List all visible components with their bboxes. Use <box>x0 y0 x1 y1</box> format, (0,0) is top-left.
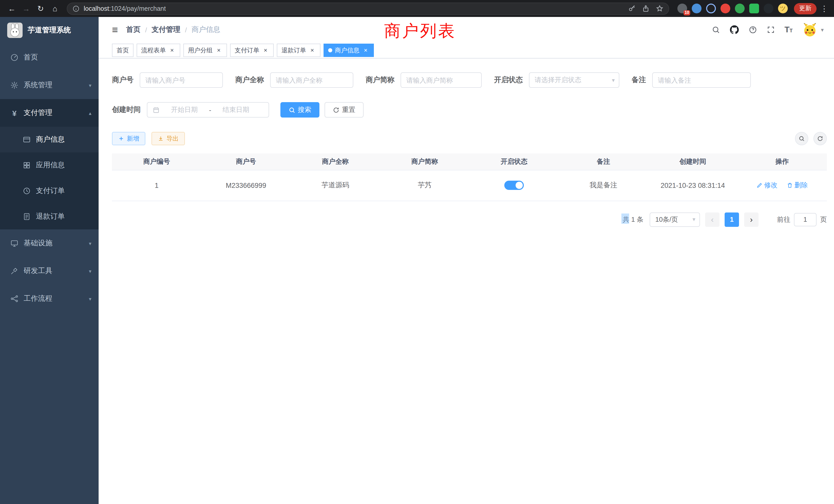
browser-home-button[interactable]: ⌂ <box>48 2 62 15</box>
merchant-no-input[interactable] <box>140 72 223 88</box>
extension-icon-green-square[interactable] <box>749 4 759 13</box>
col-create-time: 创建时间 <box>648 154 738 170</box>
sidebar-item-workflow[interactable]: 工作流程 ▾ <box>0 285 98 313</box>
close-icon[interactable]: × <box>169 47 176 54</box>
col-merchant-name: 商户全称 <box>291 154 380 170</box>
font-size-icon[interactable]: TT <box>785 26 793 34</box>
browser-update-button[interactable]: 更新 <box>794 3 816 14</box>
next-page-button[interactable]: › <box>744 212 759 227</box>
user-avatar[interactable]: ▾ <box>803 22 824 38</box>
extensions-cluster: 10 ツ <box>677 4 788 13</box>
chevron-down-icon: ▾ <box>89 268 91 274</box>
refresh-table-button[interactable] <box>813 132 827 145</box>
chevron-up-icon: ▴ <box>89 110 91 116</box>
trash-icon <box>787 182 793 188</box>
end-date-input[interactable]: 结束日期 <box>214 105 258 114</box>
help-icon[interactable] <box>748 26 757 34</box>
sidebar-item-payment[interactable]: ¥ 支付管理 ▴ <box>0 99 98 127</box>
search-icon <box>289 107 295 113</box>
close-icon[interactable]: × <box>309 47 316 54</box>
sidebar: 芋道管理系统 首页 系统管理 ▾ ¥ 支付管理 ▴ 商户信息 <box>0 17 98 504</box>
sidebar-collapse-icon[interactable]: ≡ <box>112 25 118 35</box>
site-info-icon[interactable] <box>72 5 80 12</box>
add-button[interactable]: 新增 <box>112 132 145 145</box>
tab-process-form[interactable]: 流程表单 × <box>137 44 180 57</box>
date-range-picker[interactable]: 开始日期 - 结束日期 <box>147 102 269 117</box>
page-number-1[interactable]: 1 <box>725 212 739 227</box>
status-label: 开启状态 <box>494 75 523 85</box>
goto-page-input[interactable] <box>794 213 816 226</box>
extension-icon-red[interactable] <box>721 4 730 13</box>
address-bar[interactable]: localhost:1024/pay/merchant <box>67 2 669 15</box>
yen-icon: ¥ <box>10 109 19 117</box>
pencil-icon <box>756 182 763 188</box>
close-icon[interactable]: × <box>362 47 369 54</box>
page-size-select[interactable]: 10条/页 ▾ <box>650 212 700 227</box>
extension-icon-black[interactable] <box>764 4 773 13</box>
extension-icon-green[interactable] <box>735 4 745 13</box>
export-button[interactable]: 导出 <box>152 132 185 145</box>
date-separator: - <box>209 106 211 114</box>
browser-back-button[interactable]: ← <box>5 2 19 15</box>
browser-forward-button[interactable]: → <box>20 2 33 15</box>
reset-button[interactable]: 重置 <box>325 102 364 117</box>
start-date-input[interactable]: 开始日期 <box>163 105 206 114</box>
sidebar-item-home[interactable]: 首页 <box>0 44 98 71</box>
sidebar-item-merchant-info[interactable]: 商户信息 <box>0 127 98 153</box>
tab-pay-order[interactable]: 支付订单 × <box>230 44 274 57</box>
github-icon[interactable] <box>729 25 739 35</box>
breadcrumb-payment[interactable]: 支付管理 <box>152 25 180 35</box>
merchant-name-input[interactable] <box>270 72 353 88</box>
fullscreen-icon[interactable] <box>766 26 775 34</box>
table-header-row: 商户编号 商户号 商户全称 商户简称 开启状态 备注 创建时间 操作 <box>112 154 827 170</box>
logo[interactable]: 芋道管理系统 <box>0 17 98 44</box>
remark-input[interactable] <box>652 72 751 88</box>
cell-status <box>469 170 559 201</box>
tab-merchant-info[interactable]: 商户信息 × <box>324 44 374 57</box>
cell-merchant-id: 1 <box>112 170 201 201</box>
edit-button[interactable]: 修改 <box>756 181 777 190</box>
password-key-icon[interactable] <box>628 5 636 12</box>
remark-label: 备注 <box>632 75 646 85</box>
tab-refund-order[interactable]: 退款订单 × <box>277 44 321 57</box>
toggle-search-button[interactable] <box>795 132 808 145</box>
chevron-down-icon: ▾ <box>693 216 695 223</box>
sidebar-item-pay-order[interactable]: 支付订单 <box>0 178 98 204</box>
cell-create-time: 2021-10-23 08:31:14 <box>648 170 738 201</box>
extension-icon-dark-ring[interactable] <box>706 4 716 13</box>
browser-reload-button[interactable]: ↻ <box>34 2 47 15</box>
close-icon[interactable]: × <box>215 47 222 54</box>
tab-user-group[interactable]: 用户分组 × <box>183 44 227 57</box>
document-icon <box>23 212 31 221</box>
close-icon[interactable]: × <box>262 47 269 54</box>
col-merchant-id: 商户编号 <box>112 154 201 170</box>
search-button[interactable]: 搜索 <box>280 102 320 117</box>
sidebar-item-system[interactable]: 系统管理 ▾ <box>0 71 98 99</box>
short-name-input[interactable] <box>400 72 482 88</box>
breadcrumb-home[interactable]: 首页 <box>126 25 140 35</box>
browser-toolbar: ← → ↻ ⌂ localhost:1024/pay/merchant <box>0 0 834 17</box>
header-search-icon[interactable] <box>711 26 720 34</box>
browser-menu-icon[interactable]: ⋮ <box>820 4 829 13</box>
sidebar-item-dev-tools[interactable]: 研发工具 ▾ <box>0 257 98 285</box>
delete-button[interactable]: 删除 <box>787 181 808 190</box>
breadcrumb-current: 商户信息 <box>192 25 220 35</box>
sidebar-item-app-info[interactable]: 应用信息 <box>0 153 98 178</box>
sidebar-item-infrastructure[interactable]: 基础设施 ▾ <box>0 229 98 257</box>
extension-icon-blue[interactable] <box>692 4 702 13</box>
sidebar-item-refund-order[interactable]: 退款订单 <box>0 204 98 229</box>
clock-icon <box>23 187 31 195</box>
col-actions: 操作 <box>738 154 827 170</box>
tab-home[interactable]: 首页 <box>112 44 133 57</box>
extension-icon-emoji[interactable]: ツ <box>778 4 788 13</box>
payment-submenu: 商户信息 应用信息 支付订单 退款订单 <box>0 127 98 229</box>
status-select[interactable]: 请选择开启状态 ▾ <box>529 72 619 88</box>
prev-page-button[interactable]: ‹ <box>705 212 720 227</box>
status-toggle[interactable] <box>504 181 524 190</box>
share-icon[interactable] <box>642 5 650 12</box>
app-header: ≡ 首页 / 支付管理 / 商户信息 商户列表 <box>98 17 834 43</box>
bookmark-star-icon[interactable] <box>656 5 663 12</box>
extension-icon-badged[interactable]: 10 <box>677 4 687 13</box>
avatar-caret-icon: ▾ <box>821 26 824 33</box>
page-annotation: 商户列表 <box>384 20 456 43</box>
